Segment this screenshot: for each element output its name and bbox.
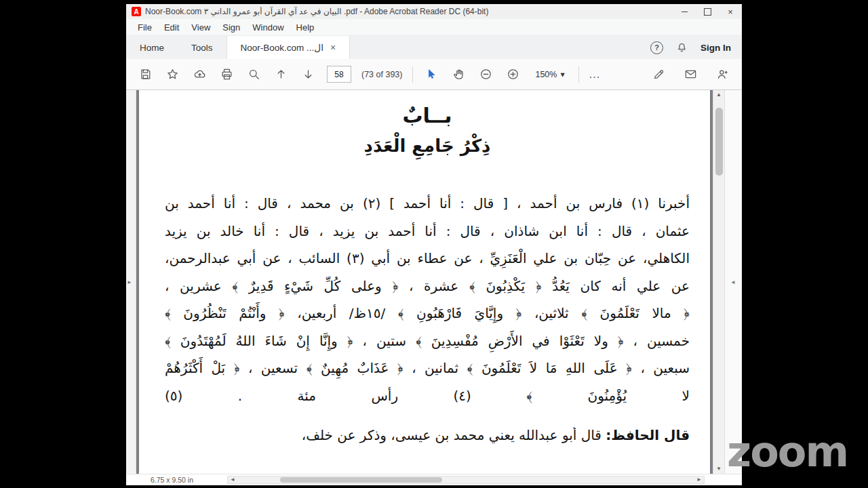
tabbar: Home Tools Noor-Book.com ...ال × ? Sign … (126, 36, 742, 59)
page-size-label: 6.75 x 9.50 in (151, 476, 193, 484)
tab-document-label: Noor-Book.com ...ال (241, 42, 323, 53)
tab-home[interactable]: Home (126, 36, 178, 59)
window-title: Noor-Book.com البيان في عد آي القرآن أبو… (145, 7, 673, 16)
minus-circle-icon (479, 68, 492, 81)
tab-document[interactable]: Noor-Book.com ...ال × (226, 36, 351, 59)
text-line: عن علي أنه كان يَعُدُّ ﴿ يَكْذِبُونَ ﴾ ع… (165, 272, 690, 300)
next-page-button[interactable] (300, 66, 317, 83)
nav-pane-collapsed: ► (126, 90, 136, 474)
select-tool-button[interactable] (423, 66, 440, 83)
zoom-tool-button[interactable] (245, 66, 262, 83)
document-content-area: ► بــابٌ ذِكْرُ جَامِعِ الْعَدَدِ أخبرنا… (126, 90, 742, 474)
share-people-button[interactable] (714, 66, 731, 83)
maximize-button[interactable] (696, 4, 719, 19)
zoom-out-button[interactable] (477, 66, 494, 83)
text-line: لا يُؤْمِنُونَ ﴾ (٤) رأس مئة . (٥) (165, 382, 690, 410)
menu-help[interactable]: Help (290, 20, 321, 35)
star-button[interactable] (164, 66, 181, 83)
tab-close-icon[interactable]: × (330, 42, 336, 53)
chevron-down-icon: ▾ (560, 69, 564, 79)
arrow-down-icon (302, 68, 315, 81)
select-cursor-icon (425, 68, 438, 81)
menubar: File Edit View Sign Window Help (126, 19, 742, 36)
toolbar-right (650, 66, 731, 83)
minimize-icon (682, 12, 688, 12)
screen-background: A Noor-Book.com البيان في عد آي القرآن أ… (0, 0, 868, 488)
scroll-left-icon[interactable]: ◄ (230, 476, 235, 483)
page-number-input[interactable] (327, 66, 351, 83)
footer-text-line: قال الحافظ: قال أبو عبدالله يعني محمد بن… (165, 427, 690, 443)
body-text: أخبرنا (١) فارس بن أحمد ، [ قال : أنا أح… (165, 190, 690, 409)
menu-sign[interactable]: Sign (216, 20, 246, 35)
zoom-watermark: zoom (727, 431, 848, 473)
footer-bold-text: قال الحافظ: (606, 427, 690, 443)
tab-tools[interactable]: Tools (178, 36, 226, 59)
previous-page-button[interactable] (273, 66, 290, 83)
sign-in-button[interactable]: Sign In (701, 43, 731, 53)
print-button[interactable] (218, 66, 235, 83)
menu-view[interactable]: View (185, 20, 216, 35)
text-line: أخبرنا (١) فارس بن أحمد ، [ قال : أنا أح… (165, 190, 690, 218)
titlebar: A Noor-Book.com البيان في عد آي القرآن أ… (126, 4, 742, 19)
arrow-up-icon (275, 68, 288, 81)
pdf-viewport[interactable]: بــابٌ ذِكْرُ جَامِعِ الْعَدَدِ أخبرنا (… (136, 90, 713, 474)
magnifier-icon (248, 68, 260, 81)
nav-pane-expand-icon[interactable]: ► (127, 279, 132, 285)
footer-rest-text: قال أبو عبدالله يعني محمد بن عيسى، وذكر … (302, 427, 606, 443)
text-line: خمسين ، ﴿ ولا تَعْثَوْا في الأَرْضِ مُفْ… (165, 327, 690, 355)
plus-circle-icon (507, 68, 519, 81)
zoom-level-value: 150% (535, 70, 557, 79)
star-icon (166, 68, 179, 81)
save-button[interactable] (137, 66, 154, 83)
help-icon[interactable]: ? (650, 41, 663, 54)
person-plus-icon (716, 68, 729, 81)
save-icon (139, 68, 152, 81)
vertical-scrollbar-thumb[interactable] (715, 108, 723, 176)
chapter-heading: بــابٌ (165, 104, 690, 127)
envelope-icon (684, 68, 697, 81)
tools-pane-expand-icon[interactable]: ◄ (730, 279, 736, 285)
acrobat-window: A Noor-Book.com البيان في عد آي القرآن أ… (126, 4, 742, 485)
pen-icon (652, 68, 665, 81)
send-mail-button[interactable] (682, 66, 699, 83)
acrobat-logo-icon: A (132, 7, 141, 16)
scroll-right-icon[interactable]: ► (696, 476, 702, 483)
chapter-subheading: ذِكْرُ جَامِعِ الْعَدَدِ (165, 136, 690, 156)
zoom-in-button[interactable] (505, 66, 521, 83)
vertical-scrollbar[interactable]: ▲ ▼ (713, 90, 724, 474)
zoom-level-dropdown[interactable]: 150% ▾ (532, 67, 568, 81)
window-controls: × (673, 4, 742, 19)
text-line: ﴿ مالا تَعْلَمُونَ ﴾ ثلاثين، ﴿ وإِيَّايَ… (165, 300, 690, 327)
bell-icon[interactable] (675, 41, 688, 54)
text-line: سبعين ، ﴿ عَلَى اللهِ مَا لاَ تَعْلَمُون… (165, 354, 690, 382)
fill-sign-button[interactable] (650, 66, 667, 83)
text-line: عثمان ، قال : أنا ابن شاذان ، قال : أنا … (165, 218, 690, 245)
toolbar-separator (412, 66, 413, 83)
menu-window[interactable]: Window (246, 20, 290, 35)
scroll-down-icon[interactable]: ▼ (716, 466, 722, 472)
horizontal-scrollbar-thumb[interactable] (280, 477, 442, 483)
minimize-button[interactable] (673, 4, 696, 19)
menu-file[interactable]: File (132, 20, 158, 35)
cloud-upload-icon (193, 68, 206, 81)
statusbar: 6.75 x 9.50 in ◄ ► (126, 474, 742, 485)
toolbar: (73 of 393) (126, 59, 742, 90)
toolbar-separator (578, 66, 579, 83)
tools-pane-collapsed: ◄ (724, 90, 742, 474)
horizontal-scrollbar[interactable]: ◄ ► (227, 476, 705, 484)
tabbar-right: ? Sign In (650, 36, 742, 59)
hand-tool-button[interactable] (450, 66, 467, 83)
printer-icon (220, 68, 233, 81)
text-line: الكاهلي، عن حِبّان بن علي الْعَنَزِيِّ ،… (165, 245, 690, 272)
menu-edit[interactable]: Edit (158, 20, 185, 35)
cloud-upload-button[interactable] (191, 66, 208, 83)
page-count-label: (73 of 393) (361, 70, 402, 79)
scroll-up-icon[interactable]: ▲ (716, 92, 722, 98)
close-button[interactable]: × (719, 4, 742, 19)
maximize-icon (704, 8, 711, 16)
hand-icon (452, 68, 465, 81)
pdf-page: بــابٌ ذِكْرُ جَامِعِ الْعَدَدِ أخبرنا (… (139, 90, 710, 474)
more-tools-button[interactable]: ... (589, 68, 600, 81)
